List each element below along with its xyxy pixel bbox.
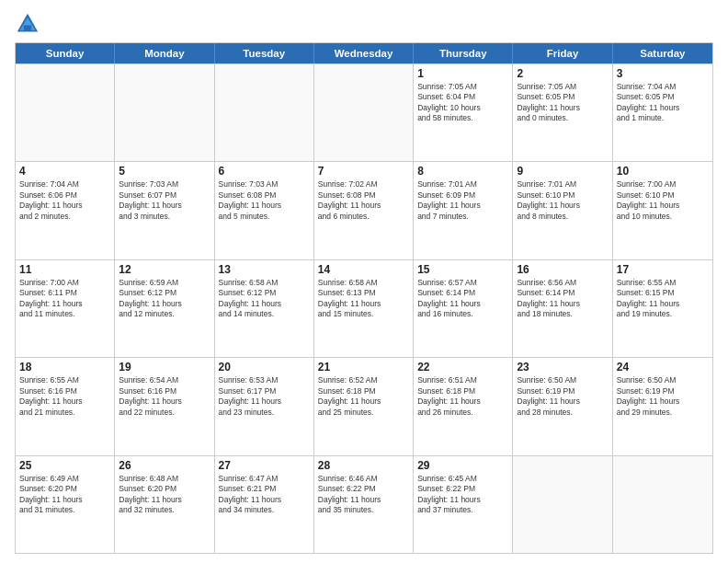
day-number: 28 — [318, 459, 409, 472]
calendar: SundayMondayTuesdayWednesdayThursdayFrid… — [15, 42, 713, 554]
header-day-thursday: Thursday — [414, 43, 513, 63]
day-cell-26: 26Sunrise: 6:48 AM Sunset: 6:20 PM Dayli… — [115, 456, 214, 553]
day-number: 22 — [417, 361, 508, 373]
day-number: 21 — [318, 361, 409, 373]
day-cell-8: 8Sunrise: 7:01 AM Sunset: 6:09 PM Daylig… — [414, 162, 513, 259]
day-number: 6 — [219, 165, 310, 178]
day-number: 11 — [19, 263, 110, 276]
day-info: Sunrise: 6:58 AM Sunset: 6:13 PM Dayligh… — [318, 278, 409, 320]
day-cell-1: 1Sunrise: 7:05 AM Sunset: 6:04 PM Daylig… — [414, 64, 513, 161]
day-info: Sunrise: 7:03 AM Sunset: 6:08 PM Dayligh… — [219, 179, 310, 222]
day-number: 29 — [417, 459, 508, 472]
day-number: 18 — [19, 361, 110, 373]
calendar-header: SundayMondayTuesdayWednesdayThursdayFrid… — [16, 43, 712, 63]
day-info: Sunrise: 6:49 AM Sunset: 6:20 PM Dayligh… — [19, 474, 110, 516]
day-info: Sunrise: 6:55 AM Sunset: 6:16 PM Dayligh… — [19, 375, 110, 418]
header-day-tuesday: Tuesday — [215, 43, 314, 63]
day-number: 13 — [219, 263, 310, 276]
day-info: Sunrise: 7:00 AM Sunset: 6:11 PM Dayligh… — [19, 278, 110, 320]
day-info: Sunrise: 7:05 AM Sunset: 6:04 PM Dayligh… — [417, 82, 508, 124]
day-info: Sunrise: 6:56 AM Sunset: 6:14 PM Dayligh… — [517, 278, 608, 320]
day-number: 8 — [417, 165, 508, 178]
day-cell-9: 9Sunrise: 7:01 AM Sunset: 6:10 PM Daylig… — [513, 162, 612, 259]
day-cell-4: 4Sunrise: 7:04 AM Sunset: 6:06 PM Daylig… — [16, 162, 115, 259]
day-cell-3: 3Sunrise: 7:04 AM Sunset: 6:05 PM Daylig… — [613, 64, 712, 161]
empty-cell-0-2 — [215, 64, 314, 161]
svg-rect-2 — [24, 25, 31, 30]
day-number: 2 — [517, 67, 608, 80]
day-cell-15: 15Sunrise: 6:57 AM Sunset: 6:14 PM Dayli… — [414, 260, 513, 357]
day-info: Sunrise: 6:59 AM Sunset: 6:12 PM Dayligh… — [119, 278, 210, 320]
header-day-saturday: Saturday — [613, 43, 712, 63]
day-cell-19: 19Sunrise: 6:54 AM Sunset: 6:16 PM Dayli… — [115, 358, 214, 454]
calendar-body: 1Sunrise: 7:05 AM Sunset: 6:04 PM Daylig… — [16, 63, 712, 553]
day-cell-23: 23Sunrise: 6:50 AM Sunset: 6:19 PM Dayli… — [513, 358, 612, 454]
day-cell-16: 16Sunrise: 6:56 AM Sunset: 6:14 PM Dayli… — [513, 260, 612, 357]
day-number: 20 — [219, 361, 310, 373]
day-info: Sunrise: 6:50 AM Sunset: 6:19 PM Dayligh… — [517, 375, 608, 418]
day-cell-13: 13Sunrise: 6:58 AM Sunset: 6:12 PM Dayli… — [215, 260, 314, 357]
header-day-sunday: Sunday — [16, 43, 115, 63]
day-info: Sunrise: 6:57 AM Sunset: 6:14 PM Dayligh… — [417, 278, 508, 320]
day-info: Sunrise: 6:58 AM Sunset: 6:12 PM Dayligh… — [219, 278, 310, 320]
day-cell-21: 21Sunrise: 6:52 AM Sunset: 6:18 PM Dayli… — [314, 358, 414, 454]
day-info: Sunrise: 6:54 AM Sunset: 6:16 PM Dayligh… — [119, 375, 210, 418]
day-cell-25: 25Sunrise: 6:49 AM Sunset: 6:20 PM Dayli… — [16, 456, 115, 553]
day-cell-7: 7Sunrise: 7:02 AM Sunset: 6:08 PM Daylig… — [314, 162, 414, 259]
day-number: 12 — [119, 263, 210, 276]
day-number: 3 — [617, 67, 709, 80]
day-cell-11: 11Sunrise: 7:00 AM Sunset: 6:11 PM Dayli… — [16, 260, 115, 357]
day-number: 19 — [119, 361, 210, 373]
day-info: Sunrise: 6:53 AM Sunset: 6:17 PM Dayligh… — [219, 375, 310, 418]
calendar-row-2: 11Sunrise: 7:00 AM Sunset: 6:11 PM Dayli… — [16, 259, 712, 357]
calendar-row-3: 18Sunrise: 6:55 AM Sunset: 6:16 PM Dayli… — [16, 357, 712, 454]
header — [15, 11, 713, 37]
day-cell-28: 28Sunrise: 6:46 AM Sunset: 6:22 PM Dayli… — [314, 456, 414, 553]
day-number: 10 — [617, 165, 709, 178]
day-number: 26 — [119, 459, 210, 472]
empty-cell-4-5 — [513, 456, 612, 553]
day-info: Sunrise: 6:45 AM Sunset: 6:22 PM Dayligh… — [417, 474, 508, 516]
day-info: Sunrise: 7:03 AM Sunset: 6:07 PM Dayligh… — [119, 179, 210, 222]
day-info: Sunrise: 7:04 AM Sunset: 6:05 PM Dayligh… — [617, 82, 709, 124]
day-number: 5 — [119, 165, 210, 178]
empty-cell-0-1 — [115, 64, 214, 161]
day-number: 9 — [517, 165, 608, 178]
day-info: Sunrise: 6:48 AM Sunset: 6:20 PM Dayligh… — [119, 474, 210, 516]
day-info: Sunrise: 7:05 AM Sunset: 6:05 PM Dayligh… — [517, 82, 608, 124]
calendar-row-0: 1Sunrise: 7:05 AM Sunset: 6:04 PM Daylig… — [16, 63, 712, 161]
header-day-friday: Friday — [513, 43, 612, 63]
day-info: Sunrise: 6:50 AM Sunset: 6:19 PM Dayligh… — [617, 375, 709, 418]
day-cell-18: 18Sunrise: 6:55 AM Sunset: 6:16 PM Dayli… — [16, 358, 115, 454]
header-day-wednesday: Wednesday — [314, 43, 414, 63]
day-info: Sunrise: 7:01 AM Sunset: 6:10 PM Dayligh… — [517, 179, 608, 222]
calendar-row-4: 25Sunrise: 6:49 AM Sunset: 6:20 PM Dayli… — [16, 455, 712, 553]
day-cell-6: 6Sunrise: 7:03 AM Sunset: 6:08 PM Daylig… — [215, 162, 314, 259]
day-info: Sunrise: 7:04 AM Sunset: 6:06 PM Dayligh… — [19, 179, 110, 222]
day-number: 1 — [417, 67, 508, 80]
day-number: 23 — [517, 361, 608, 373]
day-number: 27 — [219, 459, 310, 472]
day-info: Sunrise: 6:52 AM Sunset: 6:18 PM Dayligh… — [318, 375, 409, 418]
day-cell-14: 14Sunrise: 6:58 AM Sunset: 6:13 PM Dayli… — [314, 260, 414, 357]
day-cell-27: 27Sunrise: 6:47 AM Sunset: 6:21 PM Dayli… — [215, 456, 314, 553]
day-cell-12: 12Sunrise: 6:59 AM Sunset: 6:12 PM Dayli… — [115, 260, 214, 357]
day-number: 17 — [617, 263, 709, 276]
day-info: Sunrise: 7:02 AM Sunset: 6:08 PM Dayligh… — [318, 179, 409, 222]
calendar-row-1: 4Sunrise: 7:04 AM Sunset: 6:06 PM Daylig… — [16, 161, 712, 259]
day-info: Sunrise: 6:46 AM Sunset: 6:22 PM Dayligh… — [318, 474, 409, 516]
day-cell-22: 22Sunrise: 6:51 AM Sunset: 6:18 PM Dayli… — [414, 358, 513, 454]
page: SundayMondayTuesdayWednesdayThursdayFrid… — [0, 0, 728, 563]
day-info: Sunrise: 7:00 AM Sunset: 6:10 PM Dayligh… — [617, 179, 709, 222]
empty-cell-0-3 — [314, 64, 414, 161]
day-cell-10: 10Sunrise: 7:00 AM Sunset: 6:10 PM Dayli… — [613, 162, 712, 259]
day-cell-20: 20Sunrise: 6:53 AM Sunset: 6:17 PM Dayli… — [215, 358, 314, 454]
header-day-monday: Monday — [115, 43, 214, 63]
day-number: 24 — [617, 361, 709, 373]
empty-cell-4-6 — [613, 456, 712, 553]
day-number: 14 — [318, 263, 409, 276]
logo-icon — [15, 11, 40, 37]
day-cell-5: 5Sunrise: 7:03 AM Sunset: 6:07 PM Daylig… — [115, 162, 214, 259]
day-number: 16 — [517, 263, 608, 276]
day-info: Sunrise: 6:47 AM Sunset: 6:21 PM Dayligh… — [219, 474, 310, 516]
